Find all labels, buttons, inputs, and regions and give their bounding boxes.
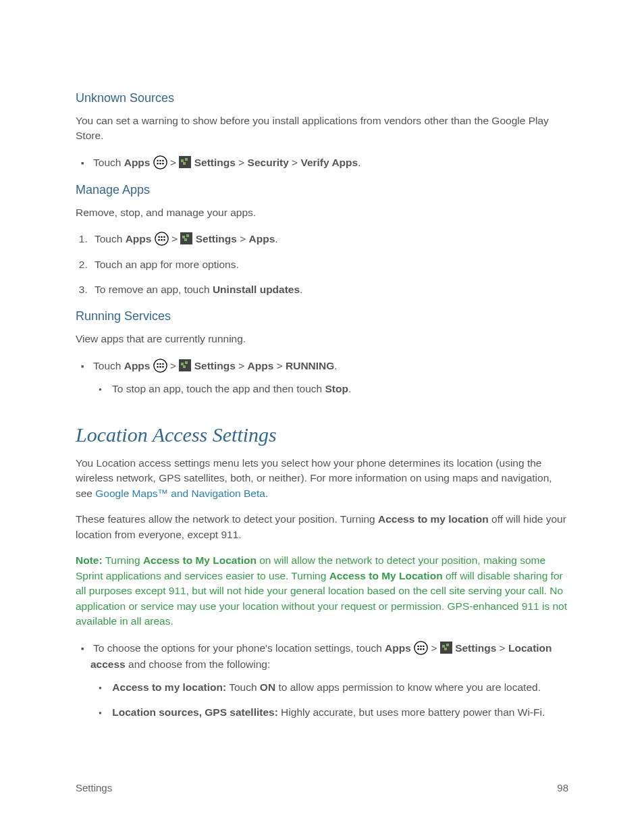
step-running: Touch Apps > Settings > Apps > RUNNING. …: [90, 358, 568, 396]
settings-icon: [179, 156, 191, 168]
footer-page-number: 98: [557, 782, 568, 793]
text-running-intro: View apps that are currently running.: [76, 332, 568, 346]
sub-access-location: Access to my location: Touch ON to allow…: [109, 679, 568, 695]
apps-icon: [155, 232, 169, 246]
heading-unknown-sources: Unknown Sources: [76, 91, 568, 105]
text-location-p1: You Location access settings menu lets y…: [76, 456, 568, 501]
step-running-sub: To stop an app, touch the app and then t…: [109, 381, 568, 396]
step-unknown: Touch Apps > Settings > Security > Verif…: [90, 155, 568, 171]
heading-manage-apps: Manage Apps: [76, 183, 568, 197]
link-google-maps[interactable]: Google Maps™ and Navigation Beta: [95, 488, 265, 499]
settings-icon: [180, 232, 192, 244]
step-manage-2: Touch an app for more options.: [90, 257, 568, 272]
text-location-p2: These features allow the network to dete…: [76, 512, 568, 542]
footer-section: Settings: [76, 782, 112, 793]
note-location: Note: Turning Access to My Location on w…: [76, 553, 568, 629]
apps-icon: [153, 155, 167, 170]
sub-location-sources: Location sources, GPS satellites: Highly…: [109, 704, 568, 720]
settings-icon: [179, 359, 191, 371]
apps-icon: [153, 359, 167, 373]
text-manage-intro: Remove, stop, and manage your apps.: [76, 205, 568, 220]
apps-icon: [414, 641, 428, 655]
heading-location-access: Location Access Settings: [76, 423, 568, 446]
step-location: To choose the options for your phone's l…: [90, 640, 568, 721]
heading-running-services: Running Services: [76, 309, 568, 323]
step-manage-1: Touch Apps > Settings > Apps.: [90, 231, 568, 246]
settings-icon: [440, 642, 452, 654]
step-manage-3: To remove an app, touch Uninstall update…: [90, 282, 568, 297]
text-unknown-intro: You can set a warning to show before you…: [76, 113, 568, 144]
